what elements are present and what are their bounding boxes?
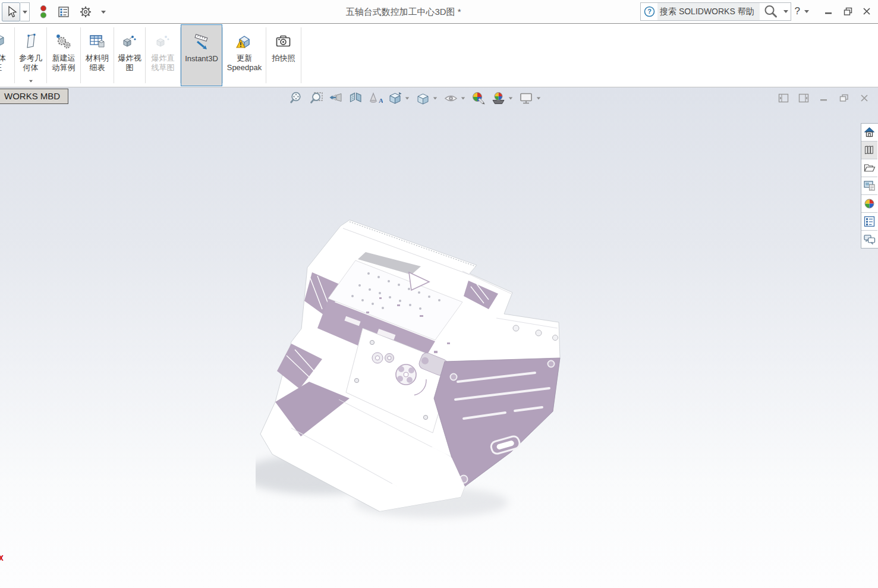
explode-line-sketch-button: 爆炸直 线草图	[146, 24, 180, 87]
view-orientation-button[interactable]	[388, 91, 402, 106]
restore-button[interactable]	[840, 5, 855, 18]
chevron-down-icon[interactable]	[509, 98, 512, 100]
graphics-viewport[interactable]: WORKS MBD	[0, 87, 878, 588]
help-circle-icon[interactable]: ?	[641, 6, 657, 17]
apply-scene-icon	[491, 91, 506, 106]
search-button[interactable]	[760, 4, 781, 19]
reference-geometry-icon	[22, 32, 40, 54]
zoom-to-area-button[interactable]	[309, 91, 324, 106]
chevron-down-icon	[101, 11, 106, 14]
heads-up-view-toolbar: A	[289, 91, 547, 106]
minimize-button[interactable]	[821, 5, 836, 18]
collapse-right-pane-button[interactable]	[797, 93, 810, 103]
doc-close-button[interactable]	[858, 93, 871, 103]
instant3d-button[interactable]: Instant3D	[181, 24, 222, 86]
search-input[interactable]: 搜索 SOLIDWORKS 帮助	[657, 3, 760, 20]
task-pane-view-palette-button[interactable]	[861, 177, 877, 195]
ribbon-label: 细表	[90, 63, 105, 73]
ribbon-label: 何体	[23, 63, 39, 73]
chevron-down-icon[interactable]	[433, 98, 437, 100]
section-view-icon	[348, 91, 363, 106]
apply-scene-button[interactable]	[491, 91, 506, 106]
assembly-features-button-clipped[interactable]: 配体 征	[0, 24, 14, 87]
annotation-views-icon: A	[368, 91, 383, 106]
help-menu[interactable]: ?	[795, 5, 809, 17]
task-pane-home-button[interactable]	[861, 124, 877, 142]
previous-view-button[interactable]	[329, 91, 344, 106]
task-pane-appearances-button[interactable]	[861, 195, 877, 213]
update-speedpak-button[interactable]: 更新 Speedpak	[223, 24, 266, 87]
bill-of-materials-button[interactable]: 材料明 细表	[81, 24, 114, 87]
edit-appearance-button[interactable]	[471, 91, 486, 106]
options-dropdown[interactable]	[101, 11, 106, 14]
camera-icon	[274, 32, 293, 54]
select-tool-button[interactable]	[2, 2, 20, 21]
cad-model-3d	[256, 202, 577, 529]
close-button[interactable]	[859, 5, 874, 18]
forum-chat-icon	[863, 233, 876, 246]
section-view-button[interactable]	[348, 91, 363, 106]
display-style-button[interactable]	[416, 91, 430, 106]
ribbon-label: 线草图	[152, 63, 175, 73]
zoom-to-fit-button[interactable]	[289, 91, 304, 106]
task-pane-forum-button[interactable]	[861, 231, 877, 248]
take-snapshot-button[interactable]: 拍快照	[266, 24, 301, 87]
document-window-controls	[770, 93, 871, 103]
doc-restore-button[interactable]	[838, 93, 851, 103]
help-menu-label: ?	[795, 5, 800, 17]
close-icon	[863, 7, 871, 15]
chevron-down-icon[interactable]	[461, 98, 465, 100]
folder-icon	[863, 162, 876, 174]
reference-geometry-button[interactable]: 参考几 何体	[15, 24, 46, 87]
axis-label-x: X	[0, 554, 4, 562]
task-pane	[861, 123, 878, 249]
property-manager-icon	[57, 5, 70, 18]
dynamic-annotation-views-button[interactable]: A	[368, 91, 383, 106]
task-pane-custom-properties-button[interactable]	[861, 213, 877, 231]
chevron-down-icon	[29, 80, 33, 83]
options-button[interactable]	[79, 5, 92, 18]
ribbon-label: 配体	[0, 54, 6, 63]
ribbon-toolbar: 配体 征 参考几 何体 新建运 动算例	[0, 24, 878, 87]
ribbon-label: Instant3D	[185, 54, 218, 64]
restore-icon	[844, 7, 852, 16]
hide-show-items-button[interactable]	[443, 91, 458, 106]
previous-view-icon	[329, 91, 344, 106]
new-motion-study-button[interactable]: 新建运 动算例	[47, 24, 80, 87]
chevron-down-icon[interactable]	[405, 98, 409, 100]
instant3d-icon	[191, 33, 212, 54]
speedpak-warning-icon	[234, 32, 254, 54]
design-library-icon	[863, 144, 876, 156]
explode-line-sketch-icon	[153, 32, 172, 54]
zoom-to-area-icon	[309, 91, 324, 106]
solidworks-window: { "titlebar": { "title": "五轴台式数控加工中心3D图 …	[0, 0, 878, 588]
interference-check-button[interactable]	[39, 4, 48, 20]
home-icon	[863, 126, 876, 139]
ribbon-label: 动算例	[52, 63, 75, 73]
assembly-features-icon	[0, 32, 7, 54]
view-settings-button[interactable]	[519, 91, 534, 106]
display-style-icon	[416, 91, 430, 106]
property-manager-button[interactable]	[57, 5, 70, 18]
chevron-down-icon	[23, 11, 27, 14]
ribbon-label: 图	[126, 63, 134, 73]
doc-minimize-button[interactable]	[817, 93, 830, 103]
ribbon-separator	[301, 27, 301, 83]
window-controls: ?	[795, 5, 874, 18]
view-palette-icon	[863, 180, 876, 192]
select-tool-dropdown[interactable]	[20, 2, 30, 21]
gear-icon	[79, 5, 92, 18]
ribbon-label: 更新	[237, 54, 252, 63]
title-bar: 五轴台式数控加工中心3D图 * ? 搜索 SOLIDWORKS 帮助 ?	[0, 0, 878, 24]
bom-table-icon	[88, 32, 107, 54]
eye-icon	[443, 91, 458, 106]
ribbon-label: 拍快照	[272, 54, 295, 63]
collapse-left-pane-button[interactable]	[777, 93, 790, 103]
task-pane-design-library-button[interactable]	[861, 142, 877, 159]
search-options-dropdown[interactable]	[781, 10, 791, 13]
command-tab-solidworks-mbd[interactable]: WORKS MBD	[0, 89, 68, 104]
exploded-view-button[interactable]: 爆炸视 图	[114, 24, 145, 87]
quick-access-toolbar	[2, 2, 106, 21]
chevron-down-icon[interactable]	[537, 98, 540, 100]
task-pane-file-explorer-button[interactable]	[861, 159, 877, 177]
